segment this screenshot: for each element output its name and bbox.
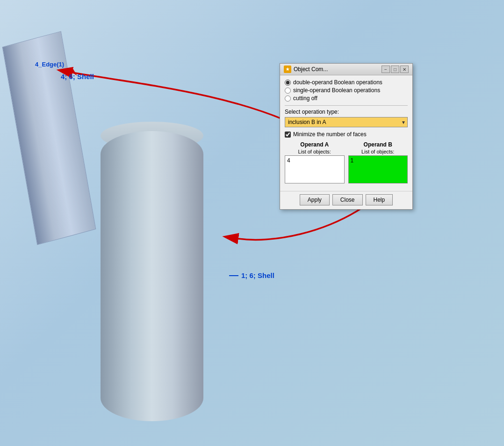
operand-a-title: Operand A [300, 141, 329, 148]
operand-b-column: Operand B List of objects: 1 [348, 141, 408, 183]
shell-top-text: 4; 6; Shell [61, 73, 94, 80]
help-button[interactable]: Help [366, 194, 393, 205]
radio-single-operand[interactable]: single-operand Boolean operations [285, 87, 408, 94]
edge-label: 4_Edge(1) [35, 61, 64, 68]
radio-single-operand-label: single-operand Boolean operations [293, 87, 380, 94]
operand-a-subtitle: List of objects: [298, 149, 331, 154]
radio-cutting-off-label: cutting off [293, 95, 317, 102]
divider-1 [285, 105, 408, 106]
edge-label-text: 4_Edge(1) [35, 61, 64, 68]
dialog-footer: Apply Close Help [280, 191, 412, 209]
close-button[interactable]: ✕ [400, 66, 409, 73]
cylinder-body [101, 131, 203, 421]
titlebar-buttons: − □ ✕ [382, 66, 409, 73]
operand-b-title: Operand B [364, 141, 392, 148]
minimize-faces-checkbox[interactable] [285, 132, 291, 138]
operand-a-item-0: 4 [286, 157, 343, 164]
radio-double-operand-label: double-operand Boolean operations [293, 79, 382, 86]
radio-double-operand[interactable]: double-operand Boolean operations [285, 79, 408, 86]
operand-b-listbox[interactable]: 1 [348, 155, 408, 183]
minimize-faces-label[interactable]: Minimize the number of faces [293, 131, 367, 138]
operand-b-item-0: 1 [350, 157, 407, 164]
apply-button[interactable]: Apply [300, 194, 330, 205]
minimize-faces-row: Minimize the number of faces [285, 131, 408, 138]
dialog-title-area: ★ Object Com... [284, 66, 328, 73]
shell-top-label: 4; 6; Shell [61, 73, 94, 80]
dialog-close-button[interactable]: Close [332, 194, 363, 205]
operation-type-radio-group: double-operand Boolean operations single… [285, 79, 408, 102]
shell-bottom-text: 1; 6; Shell [241, 271, 274, 279]
radio-cutting-off-input[interactable] [285, 95, 291, 102]
radio-single-operand-input[interactable] [285, 88, 291, 94]
operand-b-subtitle: List of objects: [361, 149, 394, 154]
select-op-label: Select operation type: [285, 109, 408, 115]
operands-row: Operand A List of objects: 4 Operand B L… [285, 141, 408, 183]
dialog-app-icon: ★ [284, 66, 291, 73]
operand-a-listbox[interactable]: 4 [285, 155, 345, 183]
object-compound-dialog: ★ Object Com... − □ ✕ double-operand Boo… [280, 63, 413, 210]
radio-cutting-off[interactable]: cutting off [285, 95, 408, 102]
operation-dropdown[interactable]: inclusion B in A common fuse cut [285, 117, 408, 127]
radio-double-operand-input[interactable] [285, 80, 291, 86]
operation-dropdown-container: inclusion B in A common fuse cut ▼ [285, 117, 408, 127]
operand-a-column: Operand A List of objects: 4 [285, 141, 345, 183]
minimize-button[interactable]: − [382, 66, 390, 73]
maximize-button[interactable]: □ [391, 66, 399, 73]
dialog-titlebar: ★ Object Com... − □ ✕ [280, 64, 412, 75]
shell-bottom-label: 1; 6; Shell [229, 271, 274, 279]
dialog-body: double-operand Boolean operations single… [280, 75, 412, 191]
dialog-title-text: Object Com... [294, 66, 328, 73]
